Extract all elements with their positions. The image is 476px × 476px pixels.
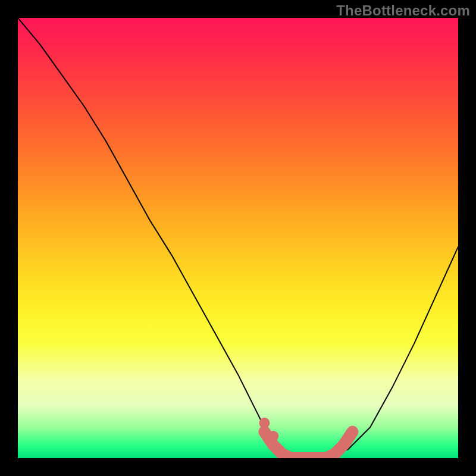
watermark-text: TheBottleneck.com	[336, 2, 470, 19]
bottleneck-curve	[18, 18, 458, 458]
marker-dot	[259, 418, 270, 428]
chart-frame: TheBottleneck.com	[0, 0, 476, 476]
marker-dot	[268, 431, 278, 441]
curve-overlay	[18, 18, 458, 458]
plot-area	[18, 18, 458, 458]
